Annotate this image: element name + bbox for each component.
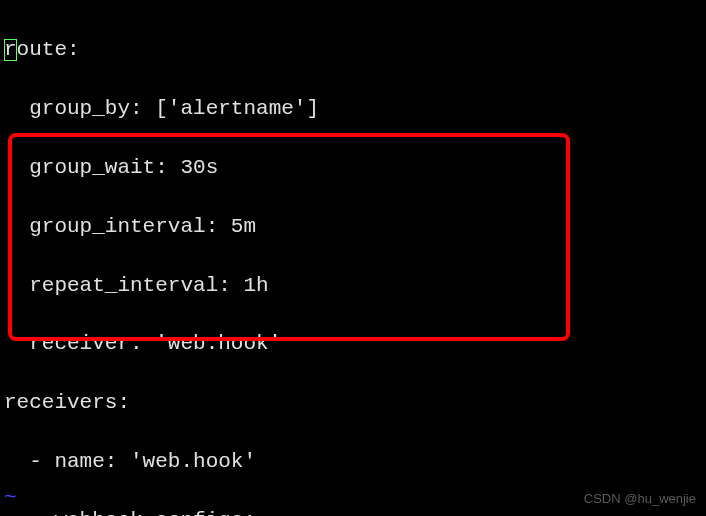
code-line: group_by: ['alertname'] [4, 94, 702, 123]
code-line: receiver: 'web.hook' [4, 329, 702, 358]
code-line: group_wait: 30s [4, 153, 702, 182]
code-line: route: [4, 35, 702, 64]
watermark-text: CSDN @hu_wenjie [584, 490, 696, 508]
code-line: group_interval: 5m [4, 212, 702, 241]
terminal-code-block: route: group_by: ['alertname'] group_wai… [4, 6, 702, 516]
code-line: - name: 'web.hook' [4, 447, 702, 476]
cursor-indicator [4, 39, 17, 61]
code-line: repeat_interval: 1h [4, 271, 702, 300]
code-text: oute: [17, 38, 80, 61]
code-line: receivers: [4, 388, 702, 417]
vim-tilde-indicator: ~ [4, 483, 17, 512]
